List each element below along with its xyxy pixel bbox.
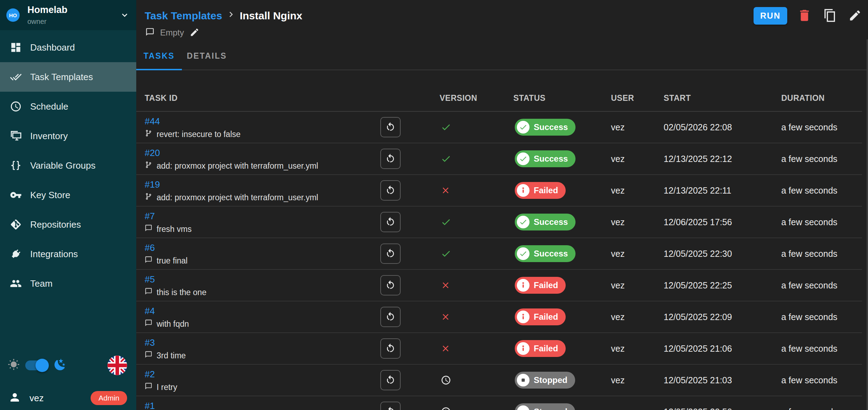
cell-duration: a few seconds [781,407,862,410]
clock-icon [441,375,451,385]
scrollbar[interactable] [867,39,868,410]
status-badge-icon [517,121,530,134]
info-glyph [519,281,528,290]
cell-duration: a few seconds [781,217,862,227]
sidebar-item-task-templates[interactable]: Task Templates [0,62,136,92]
sidebar-item-schedule[interactable]: Schedule [0,92,136,121]
task-id-link[interactable]: #3 [145,337,155,348]
cell-duration: a few seconds [781,344,862,354]
rerun-task-button[interactable] [380,180,401,201]
status-badge-icon [517,216,530,228]
cell-version [440,280,513,290]
cell-start: 12/05/2025 20:56 [664,407,781,410]
cell-rerun [372,212,440,232]
task-id-link[interactable]: #44 [145,116,160,126]
cell-version [440,154,513,164]
app-window: HO Homelab owner Dashboard Task Template… [0,0,868,410]
run-button[interactable]: RUN [754,7,787,25]
cell-user: vez [611,312,664,322]
rerun-task-button[interactable] [380,275,401,295]
dashboard-icon [10,41,22,53]
restart-icon [385,375,396,385]
project-selector[interactable]: HO Homelab owner [0,0,136,30]
rerun-task-button[interactable] [380,149,401,169]
task-id-link[interactable]: #2 [145,369,155,379]
status-badge: Failed [515,277,566,294]
check-icon [519,155,527,163]
sidebar-item-repositories[interactable]: Repositories [0,210,136,239]
cell-status: Success [513,245,611,262]
schedule-icon [10,100,22,112]
copy-button[interactable] [822,8,838,24]
delete-button[interactable] [796,8,813,24]
cell-rerun [372,117,440,137]
cell-status: Failed [513,308,611,325]
rerun-task-button[interactable] [380,402,401,410]
cell-task-id: #7 fresh vms [145,207,372,237]
rerun-task-button[interactable] [380,243,401,264]
cell-version [440,122,513,132]
task-id-link[interactable]: #6 [145,242,155,253]
theme-toggle[interactable] [25,360,48,370]
task-id-link[interactable]: #20 [145,148,160,158]
dashboard-icon [10,41,22,53]
cell-duration: a few seconds [781,186,862,196]
cell-version [440,406,513,410]
edit-template-button[interactable] [847,8,863,24]
task-message: true final [145,256,372,266]
sidebar-item-variable-groups[interactable]: Variable Groups [0,151,136,180]
rerun-task-button[interactable] [380,338,401,359]
sidebar: HO Homelab owner Dashboard Task Template… [0,0,136,410]
sidebar-item-team[interactable]: Team [0,269,136,298]
clock-icon [441,406,451,410]
breadcrumb-parent-link[interactable]: Task Templates [145,10,222,22]
language-selector[interactable] [107,356,127,375]
task-id-link[interactable]: #4 [145,306,155,316]
task-message: 3rd time [145,351,372,360]
tab-details[interactable]: DETAILS [182,42,232,70]
cell-task-id: #1 [145,396,372,410]
page-title: Install Nginx [240,10,302,22]
message-icon [145,27,154,37]
integrations-icon [10,248,22,260]
cell-start: 12/05/2025 22:09 [664,312,781,322]
task-id-link[interactable]: #5 [145,274,155,285]
cell-start: 12/05/2025 21:03 [664,375,781,385]
sidebar-item-dashboard[interactable]: Dashboard [0,33,136,62]
edit-description-button[interactable] [190,27,199,38]
task-message: I retry [145,382,372,392]
cell-duration: a few seconds [781,375,862,385]
cell-user: vez [611,217,664,227]
task-id-link[interactable]: #7 [145,211,155,221]
sidebar-item-key-store[interactable]: Key Store [0,180,136,210]
task-row: #3 3rd time Failed vez 12/05/2025 21:06 … [136,333,862,365]
pencil-icon [190,27,199,37]
status-badge: Stopped [515,403,575,410]
cell-task-id: #19 add: proxmox project with terraform_… [145,175,372,206]
check-icon [441,248,451,259]
tab-tasks[interactable]: TASKS [136,42,182,70]
sidebar-item-inventory[interactable]: Inventory [0,121,136,151]
task-id-link[interactable]: #19 [145,179,160,190]
cell-status: Success [513,150,611,167]
stop-glyph [519,408,527,410]
cell-rerun [372,243,440,264]
task-id-link[interactable]: #1 [145,401,155,410]
rerun-task-button[interactable] [380,307,401,327]
status-badge-icon [517,311,530,323]
stop-glyph [519,376,527,384]
cell-rerun [372,180,440,201]
rerun-task-button[interactable] [380,117,401,137]
message-icon [145,224,152,232]
cell-duration: a few seconds [781,280,862,291]
cell-rerun [372,275,440,295]
rerun-task-button[interactable] [380,212,401,232]
cell-start: 12/13/2025 22:11 [664,186,781,196]
current-user-row[interactable]: vez Admin [8,386,127,410]
sidebar-item-integrations[interactable]: Integrations [0,239,136,269]
cell-duration: a few seconds [781,249,862,259]
cell-status: Stopped [513,403,611,410]
cell-task-id: #2 I retry [145,365,372,396]
rerun-task-button[interactable] [380,370,401,390]
restart-icon [385,217,396,227]
